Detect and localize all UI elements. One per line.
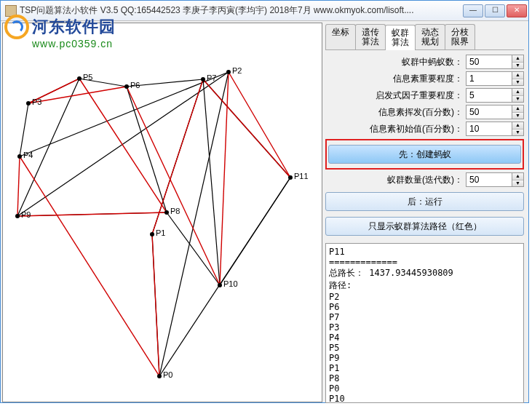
svg-point-31 [150,232,154,236]
initial-label: 信息素初始值(百分数)： [325,123,466,135]
tab-3[interactable]: 动态规划 [415,24,445,49]
tab-0[interactable]: 坐标 [325,24,356,49]
show-path-button[interactable]: 只显示蚁群算法路径（红色） [325,217,524,236]
tab-bar: 坐标遗传算法蚁群算法动态规划分枝限界 [325,24,524,50]
svg-text:P6: P6 [130,81,140,89]
output-textarea[interactable]: P11 ============= 总路长： 1437.93445930809 … [325,243,524,403]
svg-text:P1: P1 [156,228,165,237]
svg-point-35 [15,214,20,218]
svg-line-22 [17,212,167,216]
svg-line-9 [20,103,28,156]
svg-point-51 [218,283,222,287]
svg-text:P3: P3 [32,97,41,106]
window-title: TSP问题算法小软件 V3.5 QQ:165442523 李庚子李丙寅(李均宇)… [20,4,463,17]
svg-line-19 [28,87,127,103]
svg-text:P7: P7 [207,73,216,82]
svg-text:P11: P11 [294,172,309,180]
svg-point-45 [201,77,205,81]
titlebar: TSP问题算法小软件 V3.5 QQ:165442523 李庚子李丙寅(李均宇)… [1,1,528,21]
evaporation-label: 信息素挥发(百分数)： [325,106,466,119]
svg-text:P4: P4 [23,151,33,159]
svg-line-23 [17,156,20,216]
tab-4[interactable]: 分枝限界 [445,24,475,49]
pheromone-label: 信息素重要程度： [325,73,466,85]
svg-point-41 [77,76,82,81]
create-ants-button[interactable]: 先：创建蚂蚁 [328,145,521,164]
svg-point-37 [17,154,22,159]
svg-point-29 [157,374,162,378]
svg-point-49 [288,175,293,180]
graph-canvas: P0P1P8P9P4P3P5P6P7P2P11P10 [2,23,322,402]
ant-count-spinner[interactable]: ▲▼ [466,55,524,69]
svg-line-16 [220,178,290,285]
svg-text:P2: P2 [232,66,242,75]
iterations-label: 蚁群数量(迭代数)： [325,174,466,186]
initial-input[interactable] [467,122,512,135]
svg-text:P9: P9 [21,210,31,219]
annotation-arrow [0,403,532,406]
svg-text:P5: P5 [83,73,92,81]
svg-point-43 [124,84,129,89]
svg-point-33 [164,210,169,215]
run-button[interactable]: 后：运行 [325,192,524,211]
svg-point-39 [26,101,31,106]
highlight-annotation: 先：创建蚂蚁 [325,139,524,170]
iterations-spinner[interactable]: ▲▼ [466,172,524,187]
app-icon [5,5,17,17]
close-button[interactable]: ✕ [507,4,527,17]
svg-text:P10: P10 [223,279,238,288]
evaporation-input[interactable] [467,106,512,119]
initial-spinner[interactable]: ▲▼ [466,122,524,136]
svg-line-28 [229,72,290,178]
tab-2[interactable]: 蚁群算法 [385,25,416,50]
tab-1[interactable]: 遗传算法 [355,24,386,49]
pheromone-spinner[interactable]: ▲▼ [466,71,524,86]
maximize-button[interactable]: ☐ [485,4,505,17]
svg-line-25 [152,234,159,376]
heuristic-label: 启发式因子重要程度： [325,89,466,102]
minimize-button[interactable]: — [463,4,483,17]
svg-point-47 [226,70,231,74]
svg-line-21 [79,79,167,212]
evaporation-spinner[interactable]: ▲▼ [466,105,524,119]
pheromone-input[interactable] [467,72,512,85]
ant-count-input[interactable] [467,55,512,68]
svg-text:P8: P8 [170,207,180,215]
spin-down-icon[interactable]: ▼ [512,63,523,69]
heuristic-input[interactable] [467,89,512,102]
svg-line-1 [159,72,229,376]
heuristic-spinner[interactable]: ▲▼ [466,88,524,103]
svg-line-15 [167,212,220,285]
spin-up-icon[interactable]: ▲ [512,55,523,63]
svg-line-24 [20,156,159,376]
iterations-input[interactable] [467,173,512,186]
svg-text:P0: P0 [163,370,172,379]
ant-count-label: 蚁群中蚂蚁数： [325,56,466,68]
